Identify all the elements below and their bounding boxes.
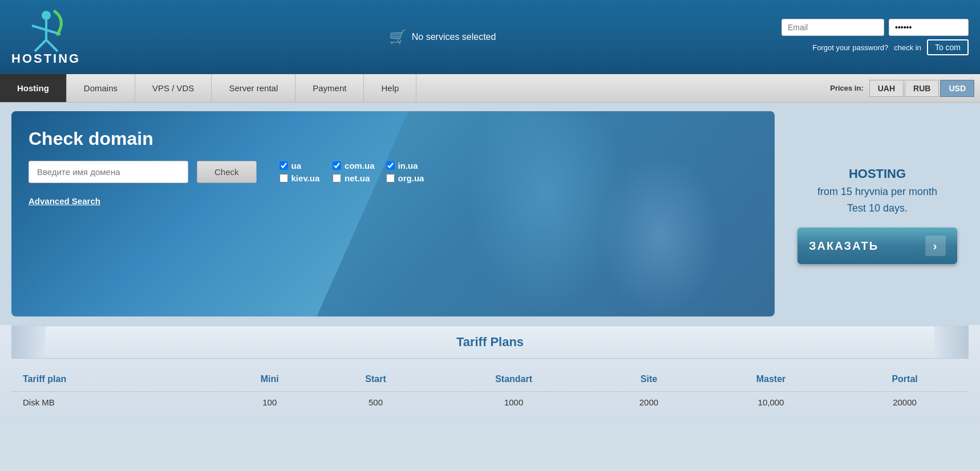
svg-line-3 <box>35 40 46 51</box>
nav-item-help[interactable]: Help <box>364 74 416 102</box>
svg-point-0 <box>42 11 51 20</box>
check-domain-title: Check domain <box>29 128 758 149</box>
currency-usd-button[interactable]: USD <box>940 80 974 97</box>
logo-text: HOSTING <box>11 51 80 66</box>
prices-section: Prices in: UAH RUB USD <box>824 74 980 102</box>
email-field[interactable] <box>781 19 884 36</box>
table-row: Disk MB 100 500 1000 2000 10,000 20000 <box>11 392 969 413</box>
row-master: 10,000 <box>701 392 841 413</box>
login-links: Forgot your password? check in To com <box>812 39 969 55</box>
currency-uah-button[interactable]: UAH <box>869 80 904 97</box>
checkbox-ua[interactable]: ua <box>280 161 322 170</box>
logo-icon <box>23 9 69 54</box>
check-button[interactable]: Check <box>197 161 257 183</box>
cart-area: 🛒 No services selected <box>389 29 496 45</box>
row-start: 500 <box>321 392 431 413</box>
checkbox-orgua[interactable]: org.ua <box>386 173 428 183</box>
advanced-search-link[interactable]: Advanced Search <box>29 196 257 206</box>
col-tariff-plan: Tariff plan <box>11 367 219 392</box>
login-row <box>781 19 969 36</box>
tariff-header: Tariff Plans <box>11 325 969 359</box>
password-field[interactable] <box>889 19 969 36</box>
hero-banner: Check domain Check Advanced Search ua co… <box>11 111 775 316</box>
row-mini: 100 <box>219 392 321 413</box>
domain-checkboxes: ua com.ua in.ua kiev.ua net.ua <box>280 161 428 183</box>
header: HOSTING 🛒 No services selected Forgot yo… <box>0 0 980 74</box>
prices-label: Prices in: <box>830 84 864 92</box>
checkbox-netua[interactable]: net.ua <box>333 173 375 183</box>
promo-line2: Test 10 days. <box>817 200 937 217</box>
nav-item-payment[interactable]: Payment <box>295 74 364 102</box>
tariff-section: Tariff Plans Tariff plan Mini Start Stan… <box>0 325 980 425</box>
cart-icon: 🛒 <box>389 29 406 45</box>
row-site: 2000 <box>597 392 701 413</box>
nav-item-server-rental[interactable]: Server rental <box>212 74 295 102</box>
header-right: Forgot your password? check in To com <box>781 19 969 55</box>
tocom-button[interactable]: To com <box>927 39 969 55</box>
promo-title: HOSTING <box>817 164 937 184</box>
col-portal: Portal <box>841 367 969 392</box>
col-mini: Mini <box>219 367 321 392</box>
col-master: Master <box>701 367 841 392</box>
checkbox-inua[interactable]: in.ua <box>386 161 428 170</box>
nav-item-vps[interactable]: VPS / VDS <box>135 74 212 102</box>
nav-item-hosting[interactable]: Hosting <box>0 74 67 102</box>
forgot-password-link[interactable]: Forgot your password? <box>812 43 888 52</box>
checkbox-comua[interactable]: com.ua <box>333 161 375 170</box>
order-button-label: ЗАКАЗАТЬ <box>809 239 878 253</box>
checkbox-kievua[interactable]: kiev.ua <box>280 173 322 183</box>
domain-form-row: Check <box>29 161 257 183</box>
header-center: 🛒 No services selected <box>103 29 781 45</box>
check-in-link[interactable]: check in <box>894 43 921 52</box>
logo-area: HOSTING <box>11 9 80 66</box>
col-start: Start <box>321 367 431 392</box>
hosting-promo: HOSTING from 15 hryvnia per month Test 1… <box>817 164 937 217</box>
col-standart: Standart <box>431 367 597 392</box>
nav-item-domains[interactable]: Domains <box>67 74 135 102</box>
order-button[interactable]: ЗАКАЗАТЬ › <box>797 228 957 264</box>
row-standart: 1000 <box>431 392 597 413</box>
domain-input[interactable] <box>29 161 188 183</box>
row-label: Disk MB <box>11 392 219 413</box>
tariff-header-row: Tariff plan Mini Start Standart Site Mas… <box>11 367 969 392</box>
side-panel: HOSTING from 15 hryvnia per month Test 1… <box>786 111 969 316</box>
row-portal: 20000 <box>841 392 969 413</box>
order-arrow-icon: › <box>925 235 946 256</box>
cart-label: No services selected <box>412 32 496 42</box>
tariff-title: Tariff Plans <box>456 335 524 349</box>
tariff-table: Tariff plan Mini Start Standart Site Mas… <box>11 367 969 413</box>
currency-rub-button[interactable]: RUB <box>905 80 939 97</box>
promo-line1: from 15 hryvnia per month <box>817 184 937 200</box>
svg-line-4 <box>46 40 58 51</box>
main-content: Check domain Check Advanced Search ua co… <box>0 103 980 325</box>
nav: Hosting Domains VPS / VDS Server rental … <box>0 74 980 103</box>
col-site: Site <box>597 367 701 392</box>
